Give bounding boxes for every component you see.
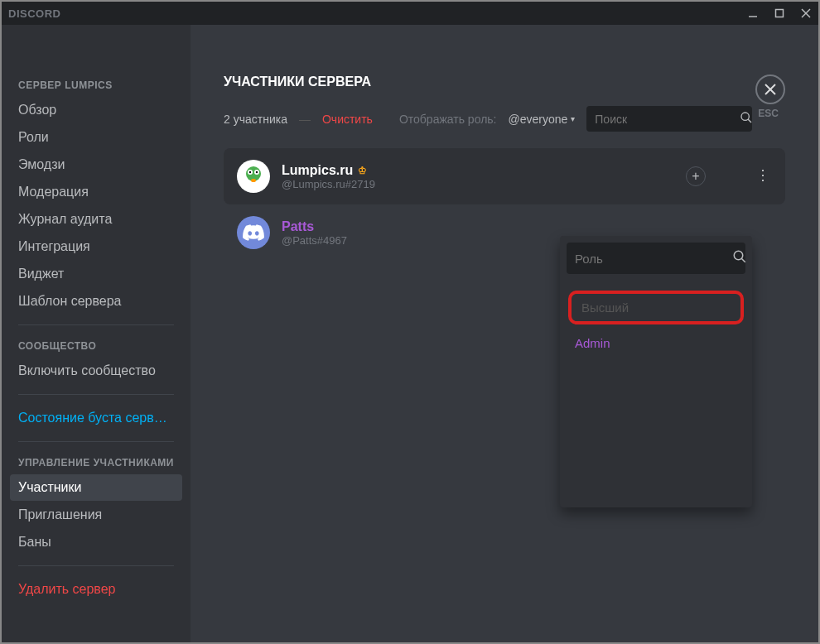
role-search-box[interactable] [567, 243, 745, 274]
search-icon [732, 249, 747, 267]
role-search-input[interactable] [575, 252, 732, 266]
sidebar-item-emoji[interactable]: Эмодзи [10, 151, 182, 178]
maximize-button[interactable] [774, 7, 785, 19]
sidebar-item-delete-server[interactable]: Удалить сервер [10, 576, 182, 603]
filter-row: 2 участника — Очистить Отображать роль: … [224, 106, 785, 132]
role-option-highlighted[interactable]: Высший [568, 291, 744, 324]
svg-point-14 [251, 179, 256, 182]
more-button[interactable]: ⋯ [755, 168, 773, 185]
member-count: 2 участника [224, 113, 287, 126]
owner-crown-icon: ♔ [358, 165, 367, 176]
sidebar-item-moderation[interactable]: Модерация [10, 179, 182, 205]
divider [18, 324, 174, 325]
member-name: Lumpics.ru ♔ [282, 163, 686, 178]
app-name: DISCORD [8, 7, 60, 20]
svg-point-6 [741, 113, 749, 120]
member-name: Patts [282, 219, 772, 234]
close-window-button[interactable] [800, 7, 812, 19]
member-tag: @Lumpics.ru#2719 [282, 178, 686, 190]
role-option-admin[interactable]: Admin [560, 328, 752, 358]
search-input[interactable] [595, 113, 740, 126]
member-row[interactable]: Lumpics.ru ♔ @Lumpics.ru#2719 + ⋯ [224, 148, 785, 204]
search-icon [740, 111, 753, 127]
role-selected: @everyone [508, 113, 567, 126]
display-role-label: Отображать роль: [399, 113, 497, 126]
sidebar-item-boost[interactable]: Состояние буста серв… [10, 405, 182, 431]
svg-point-15 [734, 251, 743, 260]
clear-button[interactable]: Очистить [322, 113, 373, 126]
role-dropdown[interactable]: @everyone ▾ [508, 113, 575, 126]
search-box[interactable] [586, 106, 752, 132]
svg-point-12 [249, 171, 251, 173]
esc-label: ESC [758, 108, 779, 119]
sidebar: СЕРВЕР LUMPICS Обзор Роли Эмодзи Модерац… [2, 25, 191, 642]
sidebar-item-roles[interactable]: Роли [10, 124, 182, 151]
titlebar: DISCORD [2, 2, 818, 25]
sidebar-item-enable-community[interactable]: Включить сообщество [10, 358, 182, 384]
sidebar-item-invites[interactable]: Приглашения [10, 502, 182, 528]
avatar [237, 216, 270, 249]
sidebar-item-members[interactable]: Участники [10, 474, 182, 501]
chevron-down-icon: ▾ [571, 114, 575, 123]
avatar [237, 160, 270, 193]
svg-rect-1 [776, 10, 784, 17]
divider [18, 394, 174, 395]
role-popup: Высший Admin [560, 236, 752, 507]
minimize-button[interactable] [747, 7, 759, 19]
divider [18, 565, 174, 566]
close-icon [763, 82, 778, 97]
sidebar-header-members: УПРАВЛЕНИЕ УЧАСТНИКАМИ [10, 452, 182, 473]
sidebar-item-widget[interactable]: Виджет [10, 261, 182, 287]
sidebar-item-bans[interactable]: Баны [10, 529, 182, 555]
svg-point-13 [256, 171, 258, 173]
sidebar-item-integration[interactable]: Интеграция [10, 233, 182, 260]
close-button[interactable] [755, 74, 785, 104]
add-role-button[interactable]: + [686, 166, 706, 186]
dash: — [299, 113, 311, 126]
svg-line-16 [741, 258, 745, 262]
content: ESC УЧАСТНИКИ СЕРВЕРА 2 участника — Очис… [191, 25, 818, 642]
page-title: УЧАСТНИКИ СЕРВЕРА [224, 74, 785, 89]
sidebar-header-community: СООБЩЕСТВО [10, 335, 182, 357]
sidebar-header-server: СЕРВЕР LUMPICS [10, 74, 182, 96]
sidebar-item-template[interactable]: Шаблон сервера [10, 288, 182, 315]
divider [18, 441, 174, 442]
svg-line-7 [748, 119, 751, 123]
sidebar-item-audit[interactable]: Журнал аудита [10, 206, 182, 233]
sidebar-item-overview[interactable]: Обзор [10, 97, 182, 123]
